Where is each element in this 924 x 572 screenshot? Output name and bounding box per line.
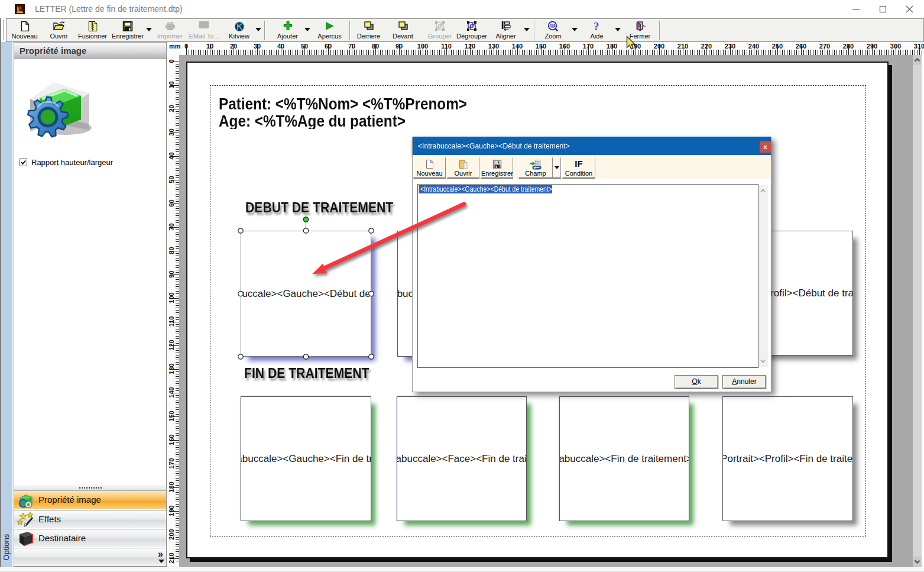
svg-text:100: 100: [550, 25, 555, 28]
svg-text:?: ?: [594, 21, 599, 32]
